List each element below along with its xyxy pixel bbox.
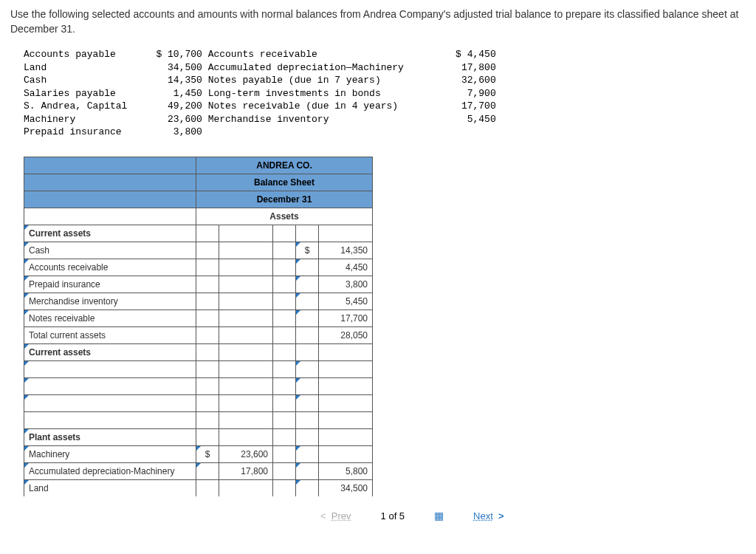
row-cash-cur[interactable]: $ <box>296 242 319 259</box>
section-plant-assets[interactable]: Plant assets <box>24 429 196 446</box>
page-indicator: 1 of 5 <box>381 510 405 521</box>
next-button[interactable]: Next > <box>473 510 504 521</box>
grid-icon[interactable]: ▦ <box>434 510 444 521</box>
row-prepaid-val[interactable]: 3,800 <box>319 276 373 293</box>
trial-balance-block: Accounts payable $ 10,700 Accounts recei… <box>24 48 746 139</box>
row-nr-label[interactable]: Notes receivable <box>24 310 196 327</box>
row-machinery-label[interactable]: Machinery <box>24 446 196 463</box>
row-land-label[interactable]: Land <box>24 480 196 497</box>
row-machinery-cur[interactable]: $ <box>196 446 219 463</box>
row-inv-label[interactable]: Merchandise inventory <box>24 293 196 310</box>
row-machinery-colb[interactable]: 23,600 <box>219 446 273 463</box>
instruction-text: Use the following selected accounts and … <box>10 7 746 36</box>
row-inv-val[interactable]: 5,450 <box>319 293 373 310</box>
section-current-assets[interactable]: Current assets <box>24 225 196 242</box>
row-ar-label[interactable]: Accounts receivable <box>24 259 196 276</box>
row-accdep-val[interactable]: 5,800 <box>319 463 373 480</box>
company-name: ANDREA CO. <box>196 157 373 174</box>
blank-row[interactable] <box>24 361 196 378</box>
row-land-val[interactable]: 34,500 <box>319 480 373 497</box>
blank-row[interactable] <box>24 395 196 412</box>
row-prepaid-label[interactable]: Prepaid insurance <box>24 276 196 293</box>
row-accdep-colb[interactable]: 17,800 <box>219 463 273 480</box>
assets-header: Assets <box>196 208 373 225</box>
row-accdep-label[interactable]: Accumulated depreciation-Machinery <box>24 463 196 480</box>
row-ca2-label[interactable]: Current assets <box>24 344 196 361</box>
balance-sheet-table: ANDREA CO. Balance Sheet December 31 Ass… <box>24 157 373 496</box>
row-cash-val[interactable]: 14,350 <box>319 242 373 259</box>
blank-row[interactable] <box>24 412 196 429</box>
row-ar-val[interactable]: 4,450 <box>319 259 373 276</box>
row-total-ca-val: 28,050 <box>319 327 373 344</box>
blank-row[interactable] <box>24 378 196 395</box>
sheet-date: December 31 <box>196 191 373 208</box>
row-total-ca-label: Total current assets <box>24 327 196 344</box>
sheet-title: Balance Sheet <box>196 174 373 191</box>
prev-button[interactable]: < Prev <box>320 510 351 521</box>
pager: < Prev 1 of 5 ▦ Next > <box>10 510 746 521</box>
row-cash-label[interactable]: Cash <box>24 242 196 259</box>
row-nr-val[interactable]: 17,700 <box>319 310 373 327</box>
